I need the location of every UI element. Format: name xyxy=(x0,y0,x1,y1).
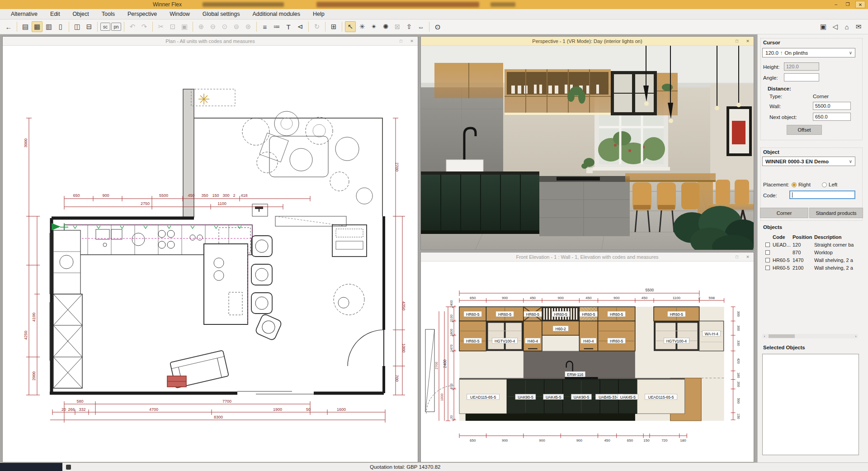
home-icon[interactable]: ⌂ xyxy=(841,21,852,32)
svg-text:H60-2: H60-2 xyxy=(556,327,566,331)
rotate-3d-left-icon[interactable]: ✴ xyxy=(368,21,379,32)
angle-label: Angle: xyxy=(763,75,778,81)
cell-code: HR60-5 xyxy=(773,265,793,271)
plan-close-icon[interactable]: ✕ xyxy=(409,38,415,44)
text-icon[interactable]: T xyxy=(283,21,294,32)
cursor-mode-dropdown[interactable]: 120.0 ↑ On plinths ∨ xyxy=(762,48,855,57)
column-view-icon[interactable]: ▯ xyxy=(55,21,66,32)
elevation-maximize-icon[interactable]: □ xyxy=(734,254,740,260)
menu-item-perspective[interactable]: Perspective xyxy=(121,10,163,19)
redacted-text xyxy=(203,2,284,7)
objects-table: Code Position Description UEAD...120Stra… xyxy=(761,233,864,332)
close-button[interactable]: ✕ xyxy=(855,1,865,8)
row-checkbox[interactable] xyxy=(765,250,770,255)
pn-badge[interactable]: pn xyxy=(111,23,121,31)
raise-icon[interactable]: ⇧ xyxy=(404,21,415,32)
paste-icon: ▣ xyxy=(179,21,190,32)
menu-item-additional-modules[interactable]: Additional modules xyxy=(246,10,307,19)
row-checkbox[interactable] xyxy=(765,258,770,262)
offset-button[interactable]: Offset xyxy=(787,125,822,135)
plan-maximize-icon[interactable]: □ xyxy=(398,38,404,44)
perspective-render[interactable] xyxy=(421,46,754,250)
svg-text:450: 450 xyxy=(530,296,536,300)
plan-view-icon[interactable]: ▤ xyxy=(20,21,31,32)
placement-left-radio[interactable]: Left xyxy=(822,182,837,187)
calculator-icon[interactable]: ⊞ xyxy=(328,21,339,32)
sc-badge[interactable]: sc xyxy=(100,23,110,31)
corner-button[interactable]: Corner xyxy=(760,208,808,218)
menu-item-edit[interactable]: Edit xyxy=(44,10,66,19)
svg-text:450: 450 xyxy=(585,296,592,300)
svg-text:450: 450 xyxy=(604,438,610,442)
save-icon[interactable]: ◫ xyxy=(72,21,83,32)
objects-table-row[interactable]: UEAD...120Straight corner ba xyxy=(761,241,864,248)
send-icon[interactable]: ◁ xyxy=(830,21,840,32)
select-pointer-icon[interactable]: ↖ xyxy=(345,21,356,32)
height-field[interactable]: 120.0 xyxy=(784,62,819,71)
standard-products-button[interactable]: Standard products xyxy=(809,208,863,218)
row-checkbox[interactable] xyxy=(765,266,770,270)
menu-item-alternative[interactable]: Alternative xyxy=(5,10,44,19)
svg-text:670: 670 xyxy=(449,383,453,389)
note-right-icon[interactable]: ≔ xyxy=(271,21,282,32)
objects-table-row[interactable]: HR60-52100Wall shelving, 2 a xyxy=(761,264,864,271)
list-view-icon[interactable]: ▥ xyxy=(43,21,54,32)
menu-item-tools[interactable]: Tools xyxy=(95,10,121,19)
copy-icon: ⊡ xyxy=(167,21,178,32)
code-field[interactable] xyxy=(789,190,855,199)
note-left-icon[interactable]: ≡ xyxy=(259,21,270,32)
objects-table-row[interactable]: 870Worktop xyxy=(761,248,864,256)
elevation-close-icon[interactable]: ✕ xyxy=(745,254,751,260)
elevation-drawing[interactable]: HR60-5HR60-5HR60-5HR60-5HR60-5HR60-5HR60… xyxy=(421,262,754,462)
cell-description: Straight corner ba xyxy=(814,242,864,247)
print-icon[interactable]: ⊟ xyxy=(84,21,94,32)
svg-text:UAK45-5: UAK45-5 xyxy=(620,395,636,400)
menu-item-help[interactable]: Help xyxy=(307,10,331,19)
snapshot-icon[interactable]: ▣ xyxy=(818,21,829,32)
scrollbar-thumb[interactable] xyxy=(769,334,795,338)
menu-item-window[interactable]: Window xyxy=(163,10,196,19)
objects-section-title: Objects xyxy=(763,224,782,230)
svg-text:900: 900 xyxy=(539,438,545,442)
mail-icon[interactable]: ✉ xyxy=(853,21,864,32)
radio-icon xyxy=(822,182,827,187)
cut-icon: ✂ xyxy=(156,21,166,32)
objects-horizontal-scrollbar[interactable]: ‹ › xyxy=(762,334,858,338)
svg-text:2400: 2400 xyxy=(449,300,453,308)
perspective-maximize-icon[interactable]: □ xyxy=(734,38,740,44)
row-checkbox[interactable] xyxy=(765,243,770,247)
angle-field[interactable] xyxy=(784,73,819,81)
rotate-3d-right-icon[interactable]: ✺ xyxy=(380,21,391,32)
menu-item-global-settings[interactable]: Global settings xyxy=(196,10,246,19)
toolbar-separator xyxy=(342,22,342,32)
pointer-note-icon[interactable]: ⊲ xyxy=(295,21,306,32)
catalog-dropdown[interactable]: WINNER 0000-3 EN Demo ∨ xyxy=(762,157,855,166)
svg-text:2700: 2700 xyxy=(395,162,399,171)
wall-field[interactable]: 5500.0 xyxy=(813,102,851,110)
menu-item-object[interactable]: Object xyxy=(66,10,95,19)
objects-table-row[interactable]: HR60-51470Wall shelving, 2 a xyxy=(761,256,864,264)
svg-text:1000: 1000 xyxy=(440,394,444,401)
svg-text:500: 500 xyxy=(736,398,741,404)
perspective-close-icon[interactable]: ✕ xyxy=(745,38,751,44)
maximize-button[interactable]: ❐ xyxy=(843,1,853,8)
svg-text:UAK90-5: UAK90-5 xyxy=(518,395,533,400)
minimize-button[interactable]: – xyxy=(831,1,841,8)
svg-text:332: 332 xyxy=(79,407,85,412)
elevation-window-title: Front Elevation - 1 : Wall - 1, Elevatio… xyxy=(516,254,658,260)
scroll-right-icon[interactable]: › xyxy=(854,334,858,338)
next-object-field[interactable]: 650.0 xyxy=(813,113,851,121)
object-section-title: Object xyxy=(763,149,779,155)
scroll-left-icon[interactable]: ‹ xyxy=(762,334,767,338)
spacing-icon[interactable]: ⇔ xyxy=(415,21,426,32)
plan-drawing[interactable]: 6509005500450350150300241827501100300042… xyxy=(3,46,418,462)
light-icon[interactable]: ʘ xyxy=(432,21,443,32)
rotate-3d-icon[interactable]: ✳ xyxy=(357,21,368,32)
back-icon[interactable]: ← xyxy=(3,21,14,32)
elevation-view-icon[interactable]: ▦ xyxy=(32,21,42,32)
placement-right-radio[interactable]: Right xyxy=(792,182,811,187)
catalog-value: WINNER 0000-3 EN Demo xyxy=(765,159,829,164)
zoom-prev-icon: ⊛ xyxy=(243,21,254,32)
selected-objects-list[interactable] xyxy=(762,354,859,455)
toolbar-separator xyxy=(69,22,69,32)
